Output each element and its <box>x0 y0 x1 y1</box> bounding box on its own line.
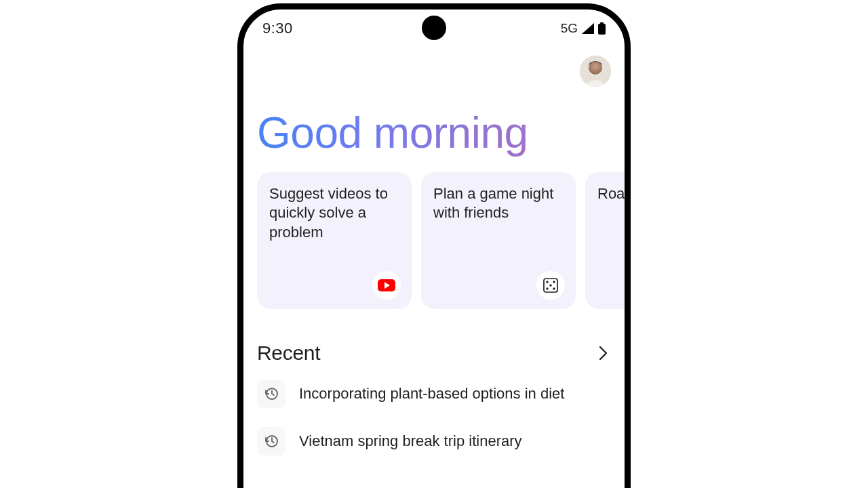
suggestion-card-overflow[interactable]: Road and k ideas <box>585 172 625 309</box>
recent-item[interactable]: Vietnam spring break trip itinerary <box>243 418 625 465</box>
stage: 9:30 5G <box>0 0 868 488</box>
svg-rect-0 <box>598 24 606 35</box>
cell-signal-icon <box>582 23 594 34</box>
svg-rect-1 <box>600 22 604 24</box>
battery-icon <box>598 22 606 35</box>
suggestion-card-label: Suggest videos to quickly solve a proble… <box>269 185 388 240</box>
recent-item-label: Vietnam spring break trip itinerary <box>299 432 522 450</box>
svg-point-9 <box>546 287 548 289</box>
recent-title: Recent <box>257 342 320 365</box>
card-icon-chip <box>372 271 401 300</box>
recent-item-label: Incorporating plant-based options in die… <box>299 385 564 403</box>
suggestion-cards-row: Suggest videos to quickly solve a proble… <box>243 163 625 319</box>
status-time: 9:30 <box>262 20 561 37</box>
history-icon <box>257 427 285 455</box>
phone-frame: 9:30 5G <box>237 3 631 488</box>
svg-point-8 <box>549 284 551 286</box>
chevron-right-icon <box>599 346 608 361</box>
svg-point-6 <box>546 281 548 283</box>
top-bar <box>243 47 625 96</box>
recent-section-header[interactable]: Recent <box>243 319 625 370</box>
recent-item[interactable]: Incorporating plant-based options in die… <box>243 370 625 418</box>
youtube-icon <box>378 279 395 291</box>
svg-point-10 <box>553 287 555 289</box>
suggestion-card-videos[interactable]: Suggest videos to quickly solve a proble… <box>257 172 412 309</box>
suggestion-card-game-night[interactable]: Plan a game night with friends <box>421 172 576 309</box>
status-right: 5G <box>561 21 606 36</box>
greeting-heading: Good morning <box>243 96 625 163</box>
history-icon <box>257 380 285 408</box>
avatar-icon <box>580 56 611 87</box>
network-label: 5G <box>561 21 578 36</box>
suggestion-card-label: Plan a game night with friends <box>433 185 553 221</box>
suggestion-card-label: Road and k ideas <box>597 185 625 202</box>
svg-point-7 <box>553 281 555 283</box>
dice-icon <box>543 278 558 293</box>
status-bar: 9:30 5G <box>243 9 625 47</box>
content-area: Good morning Suggest videos to quickly s… <box>243 47 625 488</box>
avatar[interactable] <box>580 56 611 87</box>
card-icon-chip <box>536 271 565 300</box>
